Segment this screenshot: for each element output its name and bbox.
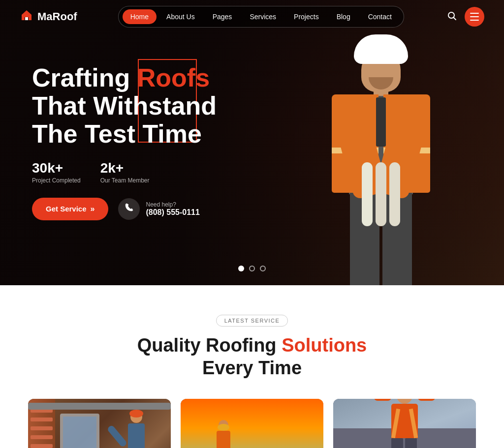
hero-slider-dots — [238, 266, 266, 271]
brand-logo[interactable]: MaRoof — [20, 8, 77, 25]
nav-pages[interactable]: Pages — [205, 9, 240, 24]
hero-stats: 30k+ Project Completed 2k+ Our Team Memb… — [32, 160, 217, 184]
service-card-2[interactable] — [181, 399, 323, 448]
section-title-accent: Solutions — [282, 335, 367, 356]
get-service-arrows: » — [91, 205, 95, 213]
stat-team-label: Our Team Member — [100, 177, 150, 184]
hero-title: Crafting Roofs That Withstand The Test T… — [32, 64, 217, 149]
hero-content: Crafting Roofs That Withstand The Test T… — [32, 64, 217, 220]
hero-title-line2: That Withstand — [32, 91, 217, 120]
service-cards — [20, 399, 484, 448]
latest-service-badge: LATEST SERVICE — [216, 315, 288, 327]
service-card-image-1 — [28, 399, 171, 448]
hero-title-crafting: Crafting — [32, 63, 137, 92]
home-icon — [20, 8, 33, 25]
hero-title-line3: The Test Time — [32, 119, 202, 148]
nav-home[interactable]: Home — [123, 9, 157, 24]
services-section: LATEST SERVICE Quality Roofing Solutions… — [0, 285, 504, 448]
section-title-part1: Quality Roofing — [137, 335, 282, 356]
hero-worker-figure — [287, 20, 474, 285]
hero-title-accent: Roofs — [137, 63, 210, 92]
svg-line-2 — [453, 17, 456, 20]
service-card-3[interactable] — [333, 399, 476, 448]
phone-action: Need help? (808) 555-0111 — [118, 198, 199, 220]
section-title-line2: Every Time — [202, 358, 302, 378]
nav-about[interactable]: About Us — [158, 9, 203, 24]
service-card-1[interactable] — [28, 399, 171, 448]
hero-section: Crafting Roofs That Withstand The Test T… — [0, 0, 504, 285]
slider-dot-2[interactable] — [249, 266, 255, 271]
nav-links: Home About Us Pages Services Projects Bl… — [118, 6, 404, 28]
menu-line-3 — [470, 20, 479, 21]
navbar: MaRoof Home About Us Pages Services Proj… — [0, 0, 504, 33]
get-service-label: Get Service — [46, 205, 87, 213]
hero-actions: Get Service » Need help? (808) 555-0111 — [32, 198, 217, 220]
phone-need-help: Need help? — [146, 201, 199, 208]
menu-line-1 — [470, 13, 479, 14]
service-card-image-3 — [333, 399, 476, 448]
nav-contact[interactable]: Contact — [360, 9, 400, 24]
search-button[interactable] — [445, 9, 459, 25]
stat-projects-number: 30k+ — [32, 160, 81, 176]
section-title: Quality Roofing Solutions Every Time — [20, 334, 484, 379]
nav-projects[interactable]: Projects — [286, 9, 327, 24]
search-icon — [447, 13, 457, 23]
stat-projects: 30k+ Project Completed — [32, 160, 81, 184]
stat-team-number: 2k+ — [100, 160, 150, 176]
phone-text: Need help? (808) 555-0111 — [146, 201, 199, 217]
svg-rect-0 — [25, 17, 28, 20]
phone-icon-circle[interactable] — [118, 198, 140, 220]
menu-line-2 — [470, 16, 479, 17]
get-service-button[interactable]: Get Service » — [32, 198, 108, 220]
slider-dot-1[interactable] — [238, 266, 244, 271]
hamburger-menu-button[interactable] — [465, 7, 484, 27]
phone-number: (808) 555-0111 — [146, 208, 199, 217]
stat-projects-label: Project Completed — [32, 177, 81, 184]
phone-icon — [124, 203, 134, 215]
nav-blog[interactable]: Blog — [329, 9, 358, 24]
slider-dot-3[interactable] — [260, 266, 266, 271]
nav-actions — [445, 7, 484, 27]
brand-name: MaRoof — [37, 10, 77, 23]
service-card-image-2 — [181, 399, 323, 448]
stat-team: 2k+ Our Team Member — [100, 160, 150, 184]
nav-services[interactable]: Services — [242, 9, 284, 24]
